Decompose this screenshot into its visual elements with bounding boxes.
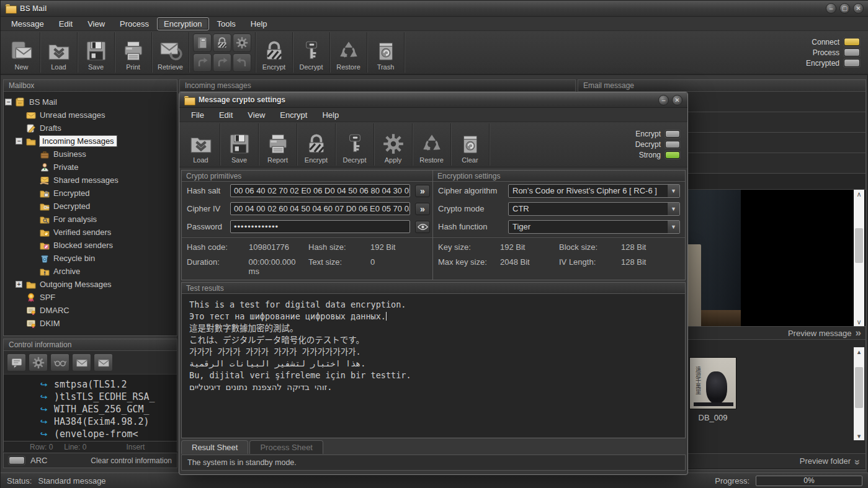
dialog-menu-help[interactable]: Help [315,109,346,122]
sidebar-item-verified-senders[interactable]: Verified senders [5,226,176,239]
dialog-clear-button[interactable]: Clear [451,123,490,166]
chevron-down-icon[interactable]: ▼ [667,185,679,197]
message-note-button[interactable] [7,353,26,371]
dialog-menu-edit[interactable]: Edit [212,109,239,122]
chevron-down-icon[interactable]: ▼ [667,221,679,233]
forward-button[interactable] [233,53,251,72]
floppy-icon [84,39,108,63]
dialog-report-button[interactable]: Report [259,123,297,166]
encrypt-button[interactable]: Encrypt [256,32,293,73]
scroll-up-icon[interactable]: ▴ [857,348,861,355]
cipher-iv-input[interactable]: 00 04 00 02 60 04 50 04 60 07 D0 06 E0 0… [230,202,410,215]
print-button[interactable]: Print [115,32,152,73]
chevron-down-icon[interactable]: ▼ [667,203,679,215]
scroll-down-icon[interactable]: ∨ [856,319,861,325]
sidebar-item-business[interactable]: Business [5,148,176,161]
test-results-editor[interactable]: This is a test for digital data encrypti… [182,294,685,437]
hash-salt-generate-button[interactable]: » [415,185,430,197]
dialog-menu-encrypt[interactable]: Encrypt [273,109,314,122]
dialog-restore-button[interactable]: Restore [413,123,451,166]
sidebar-item-recycle-bin[interactable]: Recycle bin [5,252,176,265]
control-information-panel: Control information ↪smtpsa(TLS1.2 ↪)tls… [3,339,177,451]
dialog-apply-button[interactable]: Apply [374,123,413,166]
thumbnails-scrollbar[interactable]: ▴ ▾ [854,347,864,440]
dialog-minimize-button[interactable]: – [658,95,669,105]
menu-process[interactable]: Process [113,17,156,30]
minimize-button[interactable]: – [826,3,836,14]
test-line: Это тест на шифрование цифровых данных. [189,311,678,322]
sidebar-item-archive[interactable]: Archive [5,265,176,278]
menu-edit[interactable]: Edit [52,17,79,30]
thumbnail-db-009[interactable]: 遠遊千萬里 DB_009 [685,357,741,422]
sidebar-item-encrypted[interactable]: Encrypted [5,187,176,200]
hash-salt-input[interactable]: 00 06 40 02 70 02 E0 06 D0 04 50 06 80 0… [230,184,410,197]
scroll-up-icon[interactable]: ∧ [856,191,861,197]
inspect-glasses-button[interactable] [50,353,69,371]
menu-tools[interactable]: Tools [210,17,243,30]
arrow-bullet-icon: ↪ [40,404,48,415]
reply-button[interactable] [193,53,212,72]
dialog-menu-view[interactable]: View [241,109,272,122]
new-button[interactable]: New [3,32,40,73]
sidebar-item-drafts[interactable]: Drafts [5,122,176,135]
sidebar-item-for-analysis[interactable]: For analysis [5,213,176,226]
trash-button[interactable]: Trash [367,32,405,73]
sidebar-item-spf[interactable]: SPF [5,291,176,304]
menu-help[interactable]: Help [244,17,274,30]
sidebar-item-private[interactable]: Private [5,161,176,174]
menu-message[interactable]: Message [4,17,51,30]
preview-scrollbar[interactable]: ∧ ∨ [854,190,864,326]
sidebar-item-dkim[interactable]: DKIM [5,317,176,330]
sidebar-item-blocked-senders[interactable]: Blocked senders [5,239,176,252]
scroll-down-icon[interactable]: ▾ [857,433,861,439]
sidebar-item-unread-messages[interactable]: Unread messages [5,109,176,122]
scrollbar-thumb[interactable] [855,367,863,408]
crypto-mode-dropdown[interactable]: CTR▼ [508,202,680,216]
tab-result-sheet[interactable]: Result Sheet [181,440,248,454]
sidebar-item-dmarc[interactable]: DMARC [5,304,176,317]
incoming-messages-header: Incoming messages [180,80,575,92]
gears-button[interactable] [233,33,251,52]
collapse-expander-icon[interactable]: − [5,99,12,105]
dialog-decrypt-button[interactable]: Decrypt [336,123,374,166]
dialog-close-button[interactable]: ✕ [672,95,682,105]
clear-control-information-button[interactable]: Clear control information [91,456,172,465]
menu-view[interactable]: View [81,17,112,30]
password-input[interactable]: ••••••••••••• [230,220,410,233]
save-button[interactable]: Save [78,32,115,73]
envelope-lock-button[interactable] [72,353,91,371]
printer-icon [266,132,290,156]
collapse-expander-icon[interactable]: − [16,138,22,144]
archive-folder-icon [40,267,50,277]
dialog-load-button[interactable]: Load [182,123,220,166]
maximize-button[interactable]: ▢ [839,3,850,14]
retrieve-button[interactable]: Retrieve [152,32,189,73]
dialog-encrypt-button[interactable]: Encrypt [297,123,336,166]
cipher-iv-generate-button[interactable]: » [415,203,430,215]
address-book-button[interactable] [193,33,212,52]
tab-process-sheet[interactable]: Process Sheet [249,440,323,454]
expand-expander-icon[interactable]: + [16,281,22,288]
tree-root-bs-mail[interactable]: −BS Mail [5,95,176,109]
sidebar-item-shared-messages[interactable]: Shared messages [5,174,176,187]
seal-lock-button[interactable] [213,33,231,52]
restore-button[interactable]: Restore [330,32,367,73]
scrollbar-thumb[interactable] [855,228,863,263]
dialog-status-bar: The system is in standby mode. [181,455,686,471]
close-button[interactable]: ✕ [853,3,864,14]
envelope-gear-button[interactable] [29,353,48,371]
control-information-console[interactable]: ↪smtpsa(TLS1.2 ↪)tlsTLS_ECDHE_RSA_ ↪WITH… [4,375,177,441]
cipher-algorithm-dropdown[interactable]: Ron’s Code or Rivest’s Cipher 6 [ RC-6 ]… [508,184,680,198]
load-button[interactable]: Load [40,32,78,73]
sidebar-item-decrypted[interactable]: Decrypted [5,200,176,213]
hash-function-dropdown[interactable]: Tiger▼ [508,220,680,234]
menu-encryption[interactable]: Encryption [157,17,208,30]
reply-all-button[interactable] [213,53,231,72]
dialog-menu-file[interactable]: File [184,109,211,122]
sidebar-item-outgoing-messages[interactable]: +Outgoing Messages [5,278,176,291]
password-reveal-button[interactable] [415,221,430,233]
dialog-save-button[interactable]: Save [220,123,259,166]
envelope-search-button[interactable] [94,353,113,371]
sidebar-item-incoming-messages[interactable]: −Incoming Messages [5,135,176,148]
decrypt-button[interactable]: Decrypt [293,32,330,73]
